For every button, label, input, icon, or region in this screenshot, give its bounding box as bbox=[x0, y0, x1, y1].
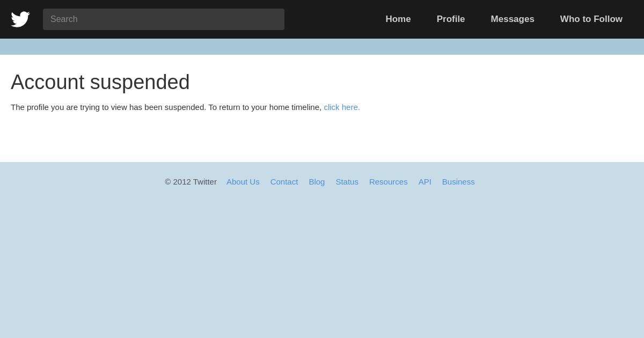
footer-api[interactable]: API bbox=[414, 177, 436, 186]
footer-contact[interactable]: Contact bbox=[266, 177, 303, 186]
footer-resources[interactable]: Resources bbox=[365, 177, 412, 186]
navbar: Home Profile Messages Who to Follow bbox=[0, 0, 644, 39]
footer-business[interactable]: Business bbox=[438, 177, 479, 186]
footer-status[interactable]: Status bbox=[331, 177, 363, 186]
nav-who-to-follow[interactable]: Who to Follow bbox=[547, 0, 635, 39]
nav-links: Home Profile Messages Who to Follow bbox=[372, 0, 635, 39]
twitter-logo[interactable] bbox=[9, 8, 32, 31]
nav-messages[interactable]: Messages bbox=[478, 0, 547, 39]
main-content: Account suspended The profile you are tr… bbox=[0, 55, 644, 162]
footer-about-us[interactable]: About Us bbox=[222, 177, 264, 186]
footer-copyright: © 2012 Twitter bbox=[165, 177, 217, 186]
footer-blog[interactable]: Blog bbox=[304, 177, 329, 186]
page-title: Account suspended bbox=[11, 71, 633, 94]
suspended-message: The profile you are trying to view has b… bbox=[11, 101, 633, 114]
click-here-link[interactable]: click here. bbox=[324, 102, 360, 112]
sub-bar bbox=[0, 39, 644, 55]
search-input[interactable] bbox=[43, 9, 284, 30]
nav-profile[interactable]: Profile bbox=[424, 0, 478, 39]
message-text-prefix: The profile you are trying to view has b… bbox=[11, 102, 324, 112]
nav-home[interactable]: Home bbox=[372, 0, 423, 39]
footer: © 2012 Twitter About Us Contact Blog Sta… bbox=[0, 162, 644, 201]
